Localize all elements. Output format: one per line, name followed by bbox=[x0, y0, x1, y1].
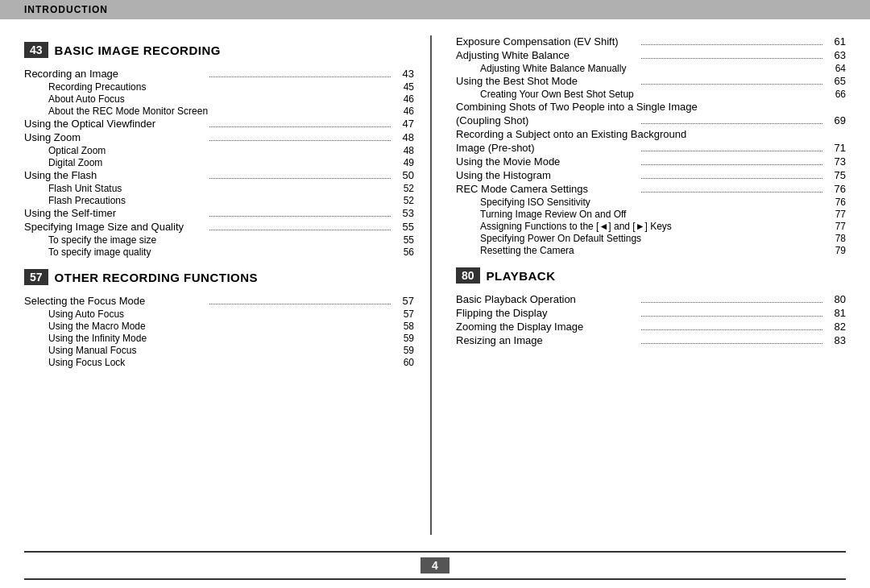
page-num: 81 bbox=[826, 307, 846, 319]
page-num: 58 bbox=[394, 321, 414, 332]
page-num: 48 bbox=[394, 131, 414, 143]
entry-text: Adjusting White Balance Manually bbox=[480, 63, 826, 74]
dots-line bbox=[209, 169, 392, 179]
dots-line bbox=[641, 293, 823, 303]
list-item: Using Auto Focus57 bbox=[24, 308, 414, 320]
dots-line bbox=[641, 114, 823, 124]
dots-line bbox=[209, 295, 392, 304]
section-80-title: Playback bbox=[487, 269, 556, 283]
page-num: 52 bbox=[394, 195, 414, 206]
entry-text: Using the Optical Viewfinder bbox=[24, 118, 206, 130]
page-num: 55 bbox=[394, 234, 414, 246]
entry-text: Using the Best Shot Mode bbox=[456, 75, 638, 87]
dots-line bbox=[209, 131, 392, 141]
page-num: 47 bbox=[394, 118, 414, 130]
list-item: About the REC Mode Monitor Screen46 bbox=[24, 106, 414, 117]
section-43-title: Basic Image Recording bbox=[55, 43, 221, 57]
main-content: 43 Basic Image Recording Recording an Im… bbox=[0, 19, 870, 551]
entry-text: Image (Pre-shot) bbox=[456, 142, 638, 154]
dots-line bbox=[641, 334, 823, 344]
section-43-entries: Recording an Image43Recording Precaution… bbox=[24, 68, 414, 258]
section-57-entries: Selecting the Focus Mode57Using Auto Foc… bbox=[24, 295, 414, 368]
entry-text: Recording a Subject onto an Existing Bac… bbox=[456, 128, 846, 140]
page-num: 77 bbox=[826, 221, 846, 232]
page-num: 76 bbox=[826, 197, 846, 208]
list-item: Using the Flash50 bbox=[24, 169, 414, 181]
entry-text: (Coupling Shot) bbox=[456, 114, 638, 126]
entry-text: Resetting the Camera bbox=[480, 245, 826, 256]
page-num: 59 bbox=[394, 345, 414, 356]
right-column: Exposure Compensation (EV Shift)61Adjust… bbox=[432, 35, 846, 535]
dots-line bbox=[641, 307, 823, 317]
dots-line bbox=[641, 155, 823, 165]
entry-text: Using Manual Focus bbox=[48, 345, 394, 356]
list-item: Zooming the Display Image82 bbox=[456, 321, 846, 333]
page-wrapper: Introduction 43 Basic Image Recording Re… bbox=[0, 0, 870, 588]
page-num: 56 bbox=[394, 246, 414, 258]
dots-line bbox=[641, 142, 823, 151]
right-top-entries: Exposure Compensation (EV Shift)61Adjust… bbox=[456, 35, 846, 256]
list-item: Flipping the Display81 bbox=[456, 307, 846, 319]
page-num: 48 bbox=[394, 145, 414, 156]
list-item: Using the Macro Mode58 bbox=[24, 321, 414, 332]
entry-text: Specifying Power On Default Settings bbox=[480, 233, 826, 244]
entry-text: To specify the image size bbox=[48, 234, 394, 246]
page-num: 77 bbox=[826, 209, 846, 220]
page-num: 53 bbox=[394, 207, 414, 219]
list-item: Recording an Image43 bbox=[24, 68, 414, 80]
entry-text: Using Auto Focus bbox=[48, 308, 394, 320]
section-57-number: 57 bbox=[24, 269, 48, 285]
entry-text: Using the Infinity Mode bbox=[48, 333, 394, 344]
page-num: 64 bbox=[826, 63, 846, 74]
entry-text: Flash Precautions bbox=[48, 195, 394, 206]
footer-page-number: 4 bbox=[420, 557, 450, 574]
list-item: Resizing an Image83 bbox=[456, 334, 846, 346]
dots-line bbox=[641, 183, 823, 193]
list-item: Assigning Functions to the [◄] and [►] K… bbox=[456, 221, 846, 232]
list-item: Using the Infinity Mode59 bbox=[24, 333, 414, 344]
entry-text: Using the Self-timer bbox=[24, 207, 206, 219]
list-item: Creating Your Own Best Shot Setup66 bbox=[456, 89, 846, 100]
page-num: 49 bbox=[394, 157, 414, 168]
dots-line bbox=[209, 118, 392, 127]
entry-text: Using the Movie Mode bbox=[456, 155, 638, 168]
entry-text: Flipping the Display bbox=[456, 307, 638, 319]
section-57-title: Other Recording Functions bbox=[55, 271, 259, 284]
dots-line bbox=[641, 169, 823, 179]
list-item: Flash Precautions52 bbox=[24, 195, 414, 206]
page-num: 76 bbox=[826, 183, 846, 195]
page-num: 73 bbox=[826, 155, 846, 168]
dots-line bbox=[641, 35, 823, 45]
entry-text: About the REC Mode Monitor Screen bbox=[48, 106, 394, 117]
entry-text: Using the Macro Mode bbox=[48, 321, 394, 332]
list-item: Basic Playback Operation80 bbox=[456, 293, 846, 305]
page-num: 75 bbox=[826, 169, 846, 181]
entry-text: Using Focus Lock bbox=[48, 357, 394, 368]
list-item: Adjusting White Balance63 bbox=[456, 49, 846, 61]
section-80-header: 80 Playback bbox=[456, 267, 846, 284]
list-item: Flash Unit Status52 bbox=[24, 183, 414, 194]
section-80-entries: Basic Playback Operation80Flipping the D… bbox=[456, 293, 846, 346]
list-item: REC Mode Camera Settings76 bbox=[456, 183, 846, 195]
list-item: Recording Precautions45 bbox=[24, 81, 414, 93]
page-num: 71 bbox=[826, 142, 846, 154]
list-item: Using Zoom48 bbox=[24, 131, 414, 143]
dots-line bbox=[209, 207, 392, 217]
entry-text: Turning Image Review On and Off bbox=[480, 209, 826, 220]
entry-text: Basic Playback Operation bbox=[456, 293, 638, 305]
section-57-header: 57 Other Recording Functions bbox=[24, 269, 414, 285]
footer-bar: 4 bbox=[24, 551, 846, 580]
page-num: 66 bbox=[826, 89, 846, 100]
list-item: Using Focus Lock60 bbox=[24, 357, 414, 368]
entry-text: Selecting the Focus Mode bbox=[24, 295, 206, 307]
list-item: Recording a Subject onto an Existing Bac… bbox=[456, 128, 846, 140]
page-num: 60 bbox=[394, 357, 414, 368]
entry-text: Recording Precautions bbox=[48, 81, 394, 93]
page-num: 61 bbox=[826, 35, 846, 48]
list-item: Resetting the Camera79 bbox=[456, 245, 846, 256]
list-item: To specify the image size55 bbox=[24, 234, 414, 246]
section-43-number: 43 bbox=[24, 42, 48, 58]
page-num: 80 bbox=[826, 293, 846, 305]
page-num: 59 bbox=[394, 333, 414, 344]
entry-text: Optical Zoom bbox=[48, 145, 394, 156]
